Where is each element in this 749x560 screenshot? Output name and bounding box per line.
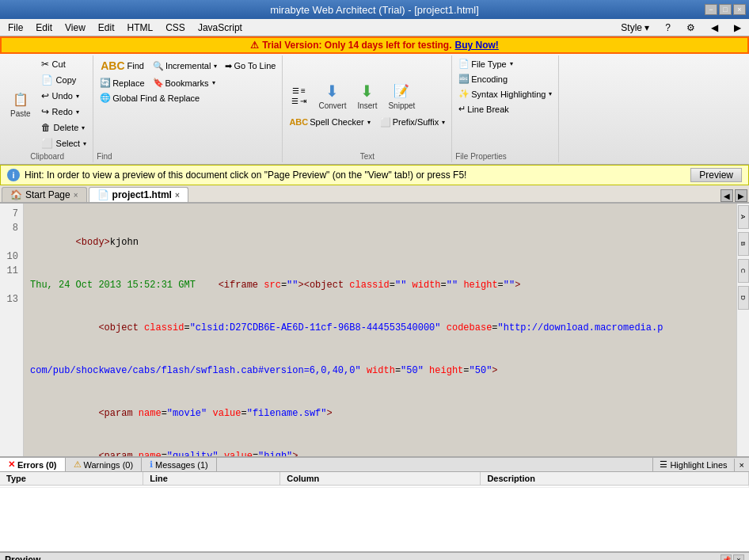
spell-checker-button[interactable]: ABC Spell Checker ▾ [286, 116, 373, 128]
line-numbers: 7 8 . 10 11 . 13 [0, 204, 24, 456]
buy-now-link[interactable]: Buy Now! [455, 40, 499, 51]
global-find-replace-button[interactable]: 🌐 Global Find & Replace [97, 91, 203, 105]
tab-errors[interactable]: ✕ Errors (0) [0, 458, 66, 471]
hint-icon: i [7, 169, 20, 181]
incremental-label: Incremental [165, 61, 211, 70]
find-label: Find [127, 61, 144, 70]
code-line-11: <param name="quality" value="high"> [30, 449, 730, 456]
menu-edit[interactable]: Edit [29, 21, 59, 35]
spell-label: Spell Checker [310, 117, 363, 127]
delete-button[interactable]: 🗑 Delete ▾ [38, 120, 90, 135]
bookmarks-button[interactable]: 🔖 Bookmarks ▾ [150, 76, 219, 90]
highlight-lines-button[interactable]: ☰ Highlight Lines [652, 458, 733, 471]
find-button[interactable]: ABC Find [97, 57, 148, 74]
cut-button[interactable]: ✂ Cut [38, 57, 90, 71]
encoding-button[interactable]: 🔤 Encoding [455, 72, 511, 86]
select-label: Select [56, 139, 81, 148]
error-panel-close[interactable]: × [734, 459, 749, 471]
menu-edit2[interactable]: Edit [92, 21, 121, 35]
warnings-label: Warnings (0) [84, 460, 134, 470]
sidebar-icon-2[interactable]: B [738, 232, 749, 256]
file-type-button[interactable]: 📄 File Type ▾ [455, 57, 515, 70]
align-group[interactable]: ☰ ≡ ☰ ⇥ [286, 84, 311, 108]
snippet-button[interactable]: 📝 Snippet [384, 79, 419, 112]
trial-bar: ⚠ Trial Version: Only 14 days left for t… [0, 36, 749, 54]
replace-button[interactable]: 🔄 Replace [97, 76, 147, 90]
toolbar-text-group: ☰ ≡ ☰ ⇥ ⬇ Convert ⬇ [283, 55, 452, 162]
start-page-close[interactable]: × [74, 191, 78, 200]
menu-javascript[interactable]: JavaScript [192, 21, 249, 35]
project-close[interactable]: × [175, 191, 180, 200]
line-break-button[interactable]: ↵ Line Break [455, 102, 512, 116]
preview-pin[interactable]: 📌 [720, 554, 732, 560]
insert-button[interactable]: ⬇ Insert [353, 79, 381, 112]
syntax-icon: ✨ [458, 89, 470, 99]
convert-label: Convert [318, 101, 346, 110]
info-icon: ℹ [150, 459, 153, 470]
align-center-icon: ☰ [291, 97, 298, 105]
line-num-7: 7 [5, 207, 18, 221]
line-num-9: . [5, 235, 18, 250]
find-label-grp: Find [97, 150, 279, 161]
tab-start-page[interactable]: 🏠 Start Page × [2, 187, 87, 202]
bookmarks-icon: 🔖 [153, 78, 164, 88]
errors-label: Errors (0) [17, 460, 57, 470]
toolbar-file-props-group: 📄 File Type ▾ 🔤 Encoding ✨ Syntax Highli… [452, 55, 559, 162]
nav-right-icon[interactable]: ▶ [728, 21, 747, 35]
preview-area: Preview 📌 × Preview: 🌐 Internet Explorer… [0, 551, 749, 560]
preview-button[interactable]: Preview [690, 168, 742, 182]
go-to-line-button[interactable]: ➡ Go To Line [222, 59, 279, 73]
replace-icon: 🔄 [100, 78, 111, 88]
settings-icon[interactable]: ⚙ [680, 21, 701, 35]
prefix-suffix-button[interactable]: ⬜ Prefix/Suffix ▾ [377, 116, 449, 129]
menu-view[interactable]: View [59, 21, 92, 35]
snippet-icon: 📝 [392, 82, 411, 101]
line-num-10: 10 [5, 250, 18, 264]
undo-button[interactable]: ↩ Undo ▾ [38, 89, 90, 103]
nav-left-icon[interactable]: ◀ [705, 21, 724, 35]
error-icon: ✕ [8, 459, 15, 470]
menu-html[interactable]: HTML [121, 21, 160, 35]
right-sidebar: A B C D [736, 204, 749, 456]
style-menu[interactable]: Style ▾ [614, 21, 656, 35]
code-editor[interactable]: <body>kjohn Thu, 24 Oct 2013 15:52:31 GM… [24, 204, 736, 456]
convert-button[interactable]: ⬇ Convert [314, 79, 350, 112]
sidebar-icon-3[interactable]: C [738, 259, 749, 283]
toolbar-clipboard-group: 📋 Paste ✂ Cut 📄 Copy ↩ Undo ▾ ↪ R [2, 55, 93, 162]
copy-button[interactable]: 📄 Copy [38, 73, 90, 87]
code-line-7: <body>kjohn [30, 235, 730, 250]
code-line-9: <object classid="clsid:D27CDB6E-AE6D-11c… [30, 321, 730, 335]
preview-close[interactable]: × [733, 554, 744, 560]
project-icon: 📄 [97, 189, 109, 200]
sidebar-icon-4[interactable]: D [738, 286, 749, 310]
syntax-highlighting-button[interactable]: ✨ Syntax Highlighting ▾ [455, 87, 555, 101]
select-button[interactable]: ⬜ Select ▾ [38, 136, 90, 150]
snippet-label: Snippet [388, 101, 415, 110]
start-page-icon: 🏠 [10, 189, 22, 200]
tab-warnings[interactable]: ⚠ Warnings (0) [66, 458, 143, 471]
redo-icon: ↪ [41, 106, 49, 117]
maximize-button[interactable]: □ [719, 4, 732, 15]
minimize-button[interactable]: − [705, 4, 717, 15]
prefix-label: Prefix/Suffix [393, 117, 439, 127]
menu-css[interactable]: CSS [159, 21, 192, 35]
redo-button[interactable]: ↪ Redo ▾ [38, 105, 90, 119]
undo-icon: ↩ [41, 90, 49, 101]
tab-nav-right[interactable]: ▶ [735, 189, 747, 202]
line-num-11: 11 [5, 264, 18, 278]
help-icon[interactable]: ? [659, 21, 677, 35]
menu-file[interactable]: File [2, 21, 29, 35]
window-controls[interactable]: − □ × [705, 4, 746, 15]
incremental-button[interactable]: 🔍 Incremental ▾ [150, 59, 220, 73]
tab-project1-html[interactable]: 📄 project1.html × [89, 187, 188, 202]
close-button[interactable]: × [733, 4, 746, 15]
incremental-icon: 🔍 [153, 61, 164, 71]
paste-button[interactable]: 📋 Paste [5, 87, 36, 120]
find-row3: 🌐 Global Find & Replace [97, 91, 279, 105]
tab-nav-left[interactable]: ◀ [720, 189, 733, 202]
tab-messages[interactable]: ℹ Messages (1) [142, 458, 217, 471]
sidebar-icon-1[interactable]: A [738, 205, 749, 229]
clipboard-label: Clipboard [30, 150, 64, 161]
line-break-icon: ↵ [458, 104, 466, 114]
warning-icon: ⚠ [250, 40, 259, 51]
